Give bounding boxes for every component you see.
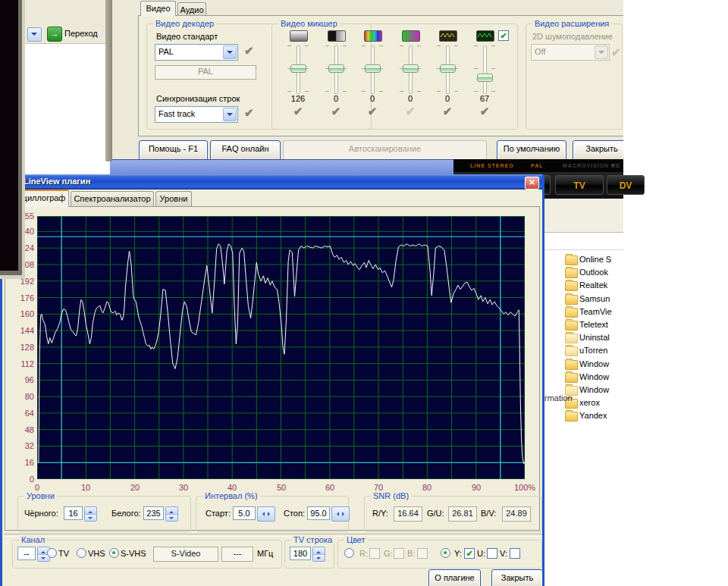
black-window	[0, 0, 25, 279]
start-input[interactable]: 5.0	[233, 506, 256, 520]
go-button[interactable]: →	[47, 27, 62, 42]
x-axis-label: 80	[416, 483, 438, 492]
hue-icon	[364, 30, 382, 42]
slider-thumb[interactable]	[328, 64, 344, 73]
mixer-value: 126	[281, 94, 315, 103]
faq-button[interactable]: FAQ онлайн	[210, 140, 281, 161]
white-level-input[interactable]: 235	[143, 506, 164, 520]
about-plugin-button[interactable]: О плагине	[428, 569, 481, 586]
radio-tv[interactable]	[47, 548, 57, 558]
apply-check-icon[interactable]: ✔	[244, 106, 254, 120]
folder-item[interactable]: Teletext	[565, 319, 626, 331]
lineview-titlebar[interactable]: LineView плагин ✕	[2, 174, 542, 190]
desktop: { "tv_app": { "tabs": {"video": "Видео",…	[0, 0, 728, 586]
folder-item[interactable]: Uninstal	[565, 332, 626, 344]
radio-vhs[interactable]	[77, 548, 86, 558]
address-dropdown-button[interactable]	[27, 27, 42, 42]
apply-check-icon[interactable]: ✔	[356, 105, 389, 118]
mixer-value: 0	[319, 94, 353, 103]
tab-spectrum-analyzer[interactable]: Спектроанализатор	[71, 191, 154, 206]
close-main-button[interactable]: Закрыть	[573, 140, 623, 161]
oscillogram-chart	[37, 216, 525, 479]
folder-item[interactable]: xerox	[565, 397, 626, 409]
folder-name: Window	[579, 372, 609, 381]
folder-item[interactable]: Realtek	[565, 280, 626, 292]
help-button[interactable]: Помощь - F1	[139, 140, 208, 161]
slider-thumb[interactable]	[403, 64, 419, 73]
black-level-spinner[interactable]	[84, 506, 97, 522]
close-plugin-button[interactable]: Закрыть	[491, 569, 543, 586]
video-standard-select[interactable]: PAL	[155, 44, 238, 61]
mixer-value: 0	[394, 94, 427, 103]
tv-line-input[interactable]: 180	[290, 547, 311, 560]
chevron-down-icon	[223, 45, 237, 59]
color-channel-checkbox[interactable]	[510, 548, 520, 559]
filter-icon	[476, 30, 494, 42]
color-channel-checkbox[interactable]	[369, 548, 380, 559]
page-band	[544, 199, 623, 232]
white-level-spinner[interactable]	[165, 506, 178, 522]
black-level-input[interactable]: 16	[64, 506, 83, 520]
folder-item[interactable]: Yandex	[565, 410, 626, 422]
skin-button-tv[interactable]: TV	[555, 175, 604, 195]
video-settings-panel: Видео декодер Видео стандарт PAL ✔ PAL С…	[138, 15, 623, 136]
noise-label: 2D шумоподавление	[532, 32, 613, 41]
folder-icon	[565, 308, 578, 318]
radio-s-vhs[interactable]	[109, 548, 119, 558]
tab-levels[interactable]: Уровни	[155, 191, 192, 206]
radio-yuv[interactable]	[441, 548, 450, 558]
white-label: Белого:	[111, 509, 141, 518]
slider-thumb[interactable]	[440, 64, 456, 73]
lineview-window: LineView плагин ✕ Осциллограф Спектроана…	[0, 174, 544, 586]
mixer-channel: 126✔	[281, 24, 315, 123]
folder-item[interactable]: uTorren	[565, 345, 626, 357]
bv-label: B/V:	[481, 509, 496, 518]
stop-input[interactable]: 95.0	[307, 506, 330, 520]
noise-select: Off	[531, 44, 610, 61]
folder-icon	[565, 281, 578, 291]
channel-number-input[interactable]: --	[17, 547, 36, 560]
folder-item[interactable]: Outlook	[565, 267, 626, 279]
color-channel-checkbox[interactable]: ✔	[464, 548, 475, 559]
levels-group: Уровни Чёрного: 16 Белого: 235	[17, 496, 191, 532]
color-channel-checkbox[interactable]	[417, 548, 428, 559]
folder-item[interactable]: Samsun	[565, 293, 626, 306]
slider-track[interactable]	[483, 45, 487, 94]
apply-check-icon[interactable]: ✔	[319, 105, 353, 118]
start-spinner[interactable]	[257, 506, 275, 522]
y-axis-label: 32	[13, 441, 34, 450]
saturation-icon	[402, 30, 420, 42]
stop-label: Стоп:	[284, 509, 305, 518]
folder-item[interactable]: Online S	[565, 254, 626, 266]
mixer-value: 0	[431, 94, 464, 103]
defaults-button[interactable]: По умолчанию	[497, 140, 566, 161]
close-button[interactable]: ✕	[525, 177, 539, 190]
apply-check-icon[interactable]: ✔	[468, 105, 501, 118]
apply-check-icon[interactable]: ✔	[394, 105, 427, 118]
folder-item[interactable]: Window	[565, 384, 626, 396]
tab-video[interactable]: Видео	[140, 1, 176, 16]
folder-item[interactable]: Window	[565, 371, 626, 384]
y-axis-label: 112	[13, 359, 34, 368]
chevron-down-icon	[223, 108, 237, 121]
apply-check-icon[interactable]: ✔	[431, 105, 464, 118]
black-label: Чёрного:	[24, 509, 58, 518]
tv-line-spinner[interactable]	[312, 547, 325, 562]
slider-thumb[interactable]	[365, 64, 381, 73]
slider-thumb[interactable]	[477, 74, 493, 82]
color-channel-checkbox[interactable]	[487, 548, 497, 559]
radio-rgb[interactable]	[344, 548, 354, 558]
stop-spinner[interactable]	[331, 506, 350, 522]
skin-status-label: PAL	[531, 163, 543, 168]
line-sync-select[interactable]: Fast track	[155, 106, 238, 123]
color-channel-checkbox[interactable]	[394, 548, 404, 559]
folder-item[interactable]: Window	[565, 359, 626, 371]
folder-icon	[565, 268, 578, 278]
skin-button-dv[interactable]: DV	[607, 175, 645, 195]
folder-name: Window	[579, 359, 609, 368]
apply-check-icon[interactable]: ✔	[281, 105, 315, 118]
apply-check-icon[interactable]: ✔	[244, 44, 254, 58]
folder-item[interactable]: TeamVie	[565, 306, 626, 318]
slider-thumb[interactable]	[290, 64, 306, 73]
tab-audio[interactable]: Аудио	[177, 2, 206, 16]
